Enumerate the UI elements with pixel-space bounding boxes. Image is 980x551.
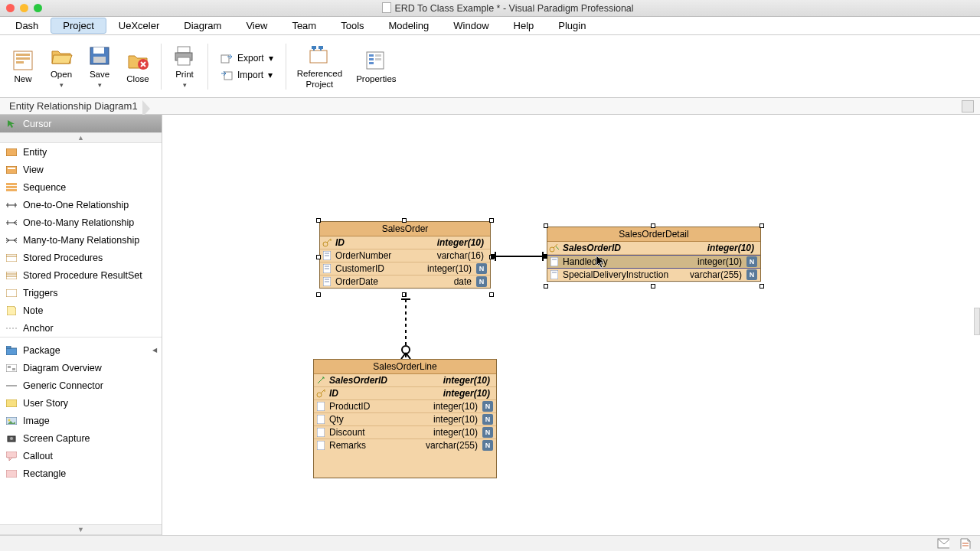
scroll-indicator[interactable] (974, 308, 980, 335)
svg-rect-24 (8, 168, 15, 169)
resize-handle[interactable] (651, 223, 655, 228)
import-icon (220, 70, 233, 80)
print-button[interactable]: Print▾ (166, 37, 203, 96)
entity-salesorderline[interactable]: SalesOrderLine SalesOrderIDinteger(10) I… (313, 359, 497, 478)
svg-rect-5 (93, 47, 104, 54)
menu-uexceler[interactable]: UeXceler (106, 18, 172, 34)
menu-plugin[interactable]: Plugin (546, 18, 598, 34)
palette-note[interactable]: Note (0, 302, 162, 319)
palette-callout[interactable]: Callout (0, 447, 162, 465)
col-icon (315, 401, 326, 412)
resize-handle[interactable] (544, 284, 548, 289)
user-story-icon (6, 399, 17, 408)
column-type: integer(10) (427, 263, 475, 274)
resize-handle[interactable] (316, 292, 321, 297)
menu-window[interactable]: Window (441, 18, 501, 34)
relationship-one-to-many[interactable] (400, 293, 412, 359)
resize-handle[interactable] (316, 218, 321, 223)
menu-modeling[interactable]: Modeling (377, 18, 442, 34)
close-window-icon[interactable] (6, 4, 15, 12)
palette-package[interactable]: Package (0, 341, 162, 359)
col-icon (322, 276, 332, 287)
export-button[interactable]: Export ▾ (217, 51, 276, 66)
col-icon (315, 440, 326, 451)
column-name: ID (335, 237, 351, 248)
one-to-many-icon (6, 218, 17, 227)
palette-stored-procedures[interactable]: Stored Procedures (0, 249, 162, 266)
connector-icon (6, 381, 17, 390)
palette-view[interactable]: View (0, 161, 162, 178)
palette-user-story[interactable]: User Story (0, 394, 162, 412)
entity-salesorder[interactable]: SalesOrder IDinteger(10) OrderNumbervarc… (319, 221, 491, 289)
palette-triggers[interactable]: Triggers (0, 284, 162, 302)
zoom-window-icon[interactable] (34, 4, 42, 12)
entity-salesorderdetail[interactable]: SalesOrderDetail SalesOrderIDinteger(10)… (547, 227, 761, 282)
menu-tools[interactable]: Tools (328, 18, 376, 34)
breadcrumb[interactable]: Entity Relationship Diagram1 (6, 100, 150, 112)
palette-one-to-one[interactable]: One-to-One Relationship (0, 196, 162, 214)
menu-team[interactable]: Team (279, 18, 328, 34)
column-type: integer(10) (443, 375, 493, 386)
resize-handle[interactable] (760, 223, 764, 228)
palette-entity[interactable]: Entity (0, 143, 162, 161)
resize-handle[interactable] (760, 284, 764, 289)
relationship-one-to-one[interactable] (491, 251, 547, 262)
diagram-canvas[interactable]: SalesOrder IDinteger(10) OrderNumbervarc… (162, 115, 980, 535)
referenced-project-label: Referenced Project (297, 69, 342, 89)
fk-icon (315, 375, 326, 386)
referenced-project-button[interactable]: Referenced Project (291, 37, 348, 96)
note-status-icon[interactable] (960, 538, 972, 549)
palette-scroll-down[interactable]: ▼ (0, 524, 162, 535)
resize-handle[interactable] (544, 223, 548, 228)
new-button[interactable]: New (5, 37, 41, 96)
minimize-window-icon[interactable] (20, 4, 28, 12)
svg-rect-8 (178, 47, 190, 53)
import-button[interactable]: Import ▾ (217, 67, 276, 83)
menu-project[interactable]: Project (51, 18, 106, 34)
svg-rect-45 (12, 368, 15, 370)
palette-generic-connector[interactable]: Generic Connector (0, 377, 162, 394)
open-button[interactable]: Open▾ (43, 37, 80, 96)
resize-handle[interactable] (316, 255, 321, 259)
palette-scroll-up[interactable]: ▲ (0, 132, 162, 143)
overview-icon (6, 364, 17, 373)
menu-dash[interactable]: Dash (3, 18, 51, 34)
export-icon (220, 53, 233, 64)
palette-image[interactable]: Image (0, 412, 162, 429)
svg-rect-42 (6, 346, 11, 348)
close-button[interactable]: Close (119, 37, 156, 96)
breadcrumb-panel-icon[interactable] (962, 100, 974, 112)
palette-anchor[interactable]: Anchor (0, 319, 162, 337)
nullable-badge: N (746, 269, 757, 280)
pk-icon (315, 388, 326, 399)
palette-sequence[interactable]: Sequence (0, 178, 162, 196)
svg-rect-26 (6, 186, 17, 188)
one-to-one-icon (6, 201, 17, 210)
col-icon (322, 250, 332, 261)
palette-stored-procedure-resultset[interactable]: Stored Procedure ResultSet (0, 266, 162, 284)
resize-handle[interactable] (489, 218, 494, 223)
callout-icon (6, 452, 17, 461)
properties-button[interactable]: Properties (350, 37, 402, 96)
mail-icon[interactable] (937, 538, 949, 549)
nullable-badge: N (482, 414, 493, 425)
column-name: SalesOrderID (329, 375, 394, 386)
resize-handle[interactable] (651, 284, 655, 289)
column-type: integer(10) (433, 414, 481, 425)
palette-screen-capture[interactable]: Screen Capture (0, 429, 162, 447)
resize-handle[interactable] (402, 218, 407, 223)
column-type: varchar(255) (690, 269, 745, 280)
palette-cursor[interactable]: Cursor (0, 115, 162, 132)
col-icon (549, 269, 560, 280)
palette-many-to-many[interactable]: Many-to-Many Relationship (0, 231, 162, 249)
resize-handle[interactable] (489, 292, 494, 297)
save-button[interactable]: Save▾ (81, 37, 118, 96)
palette-one-to-many[interactable]: One-to-Many Relationship (0, 214, 162, 231)
palette-diagram-overview[interactable]: Diagram Overview (0, 359, 162, 377)
menu-view[interactable]: View (234, 18, 279, 34)
package-icon (6, 346, 17, 355)
menu-diagram[interactable]: Diagram (172, 18, 234, 34)
menu-help[interactable]: Help (501, 18, 547, 34)
palette-rectangle[interactable]: Rectangle (0, 465, 162, 482)
close-icon (126, 48, 150, 73)
